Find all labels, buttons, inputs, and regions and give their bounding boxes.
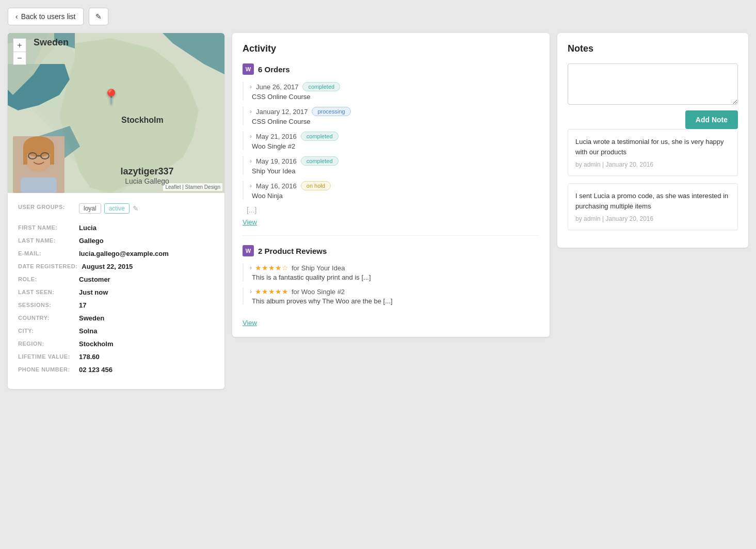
orders-section-header: W 6 Orders xyxy=(243,63,539,75)
svg-point-3 xyxy=(23,136,54,157)
role-label: ROLE: xyxy=(18,276,75,282)
activity-card: Activity W 6 Orders › June 26, 2017 comp… xyxy=(232,33,550,337)
review-text-2: This album proves why The Woo are the be… xyxy=(250,297,539,305)
email-value: lucia.gallego@example.com xyxy=(79,250,169,257)
avatar xyxy=(13,136,65,193)
email-row: E-MAIL: lucia.gallego@example.com xyxy=(18,250,214,257)
region-label: REGION: xyxy=(18,340,75,347)
orders-view-link[interactable]: View xyxy=(243,218,257,226)
note-meta-1: by admin | January 20, 2016 xyxy=(575,161,730,168)
sessions-row: SESSIONS: 17 xyxy=(18,301,214,309)
order-name-2: CSS Online Course xyxy=(250,118,539,125)
username: lazytiger337 xyxy=(70,166,224,177)
map-city-label: Stockholm xyxy=(121,116,164,125)
map-zoom-in-button[interactable]: + xyxy=(13,38,26,52)
svg-rect-9 xyxy=(21,177,57,193)
last-name-value: Gallego xyxy=(79,237,104,245)
tags-container: loyal active ✎ xyxy=(79,203,139,214)
edit-tags-button[interactable]: ✎ xyxy=(133,204,139,213)
user-profile-card: Sweden + − 📍 Stockholm Leaflet | Stamen … xyxy=(8,33,224,389)
chevron-icon-3: › xyxy=(250,133,252,140)
svg-rect-5 xyxy=(50,147,54,165)
notes-textarea[interactable] xyxy=(568,63,738,105)
note-text-2: I sent Lucia a promo code, as she was in… xyxy=(575,191,730,211)
order-item-2: › January 12, 2017 processing CSS Online… xyxy=(243,107,539,125)
region-row: REGION: Stockholm xyxy=(18,340,214,348)
role-value: Customer xyxy=(79,276,110,283)
lifetime-value-value: 178.60 xyxy=(79,353,100,361)
map-marker: 📍 xyxy=(102,88,120,105)
order-date-4: May 19, 2016 xyxy=(256,157,297,165)
order-status-3: completed xyxy=(301,132,339,141)
chevron-icon-5: › xyxy=(250,182,252,189)
chevron-icon: › xyxy=(250,83,252,90)
review-stars-2: ★★★★★ xyxy=(255,287,288,296)
top-bar: ‹ Back to users list ✎ xyxy=(8,8,748,25)
order-status-5: on hold xyxy=(301,181,331,190)
chevron-icon-r2: › xyxy=(250,288,252,295)
lifetime-value-row: LIFETIME VALUE: 178.60 xyxy=(18,353,214,361)
order-row-4: › May 19, 2016 completed xyxy=(250,156,539,166)
add-note-button[interactable]: Add Note xyxy=(685,110,738,129)
orders-section-title: 6 Orders xyxy=(258,65,290,74)
order-row-3: › May 21, 2016 completed xyxy=(250,132,539,141)
order-date-2: January 12, 2017 xyxy=(256,108,308,116)
map-zoom-out-button[interactable]: − xyxy=(13,52,26,65)
review-row-2: › ★★★★★ for Woo Single #2 xyxy=(250,287,539,296)
chevron-left-icon: ‹ xyxy=(15,12,18,21)
activity-title: Activity xyxy=(243,43,539,54)
review-text-1: This is a fantastic quality print and is… xyxy=(250,273,539,281)
country-value: Sweden xyxy=(79,314,104,322)
order-status-4: completed xyxy=(301,156,339,166)
back-button[interactable]: ‹ Back to users list xyxy=(8,8,84,25)
order-name-1: CSS Online Course xyxy=(250,93,539,101)
user-groups-row: USER GROUPS: loyal active ✎ xyxy=(18,203,214,219)
order-status-1: completed xyxy=(302,82,340,91)
order-row-1: › June 26, 2017 completed xyxy=(250,82,539,91)
fullname: Lucia Gallego xyxy=(70,177,224,185)
reviews-view-link[interactable]: View xyxy=(243,319,257,327)
country-row: COUNTRY: Sweden xyxy=(18,314,214,322)
order-name-4: Ship Your Idea xyxy=(250,167,539,175)
city-label: CITY: xyxy=(18,327,75,334)
last-seen-label: LAST SEEN: xyxy=(18,288,75,295)
order-item-1: › June 26, 2017 completed CSS Online Cou… xyxy=(243,82,539,101)
order-date-1: June 26, 2017 xyxy=(256,83,298,91)
map-controls: + − xyxy=(13,38,26,65)
profile-name-area: lazytiger337 Lucia Gallego xyxy=(70,166,224,185)
review-stars-1: ★★★★☆ xyxy=(255,264,288,272)
phone-label: PHONE NUMBER: xyxy=(18,366,75,373)
country-label: COUNTRY: xyxy=(18,314,75,321)
city-row: CITY: Solna xyxy=(18,327,214,335)
last-seen-value: Just now xyxy=(79,288,108,296)
last-seen-row: LAST SEEN: Just now xyxy=(18,288,214,296)
user-groups-label: USER GROUPS: xyxy=(18,203,75,210)
lifetime-value-label: LIFETIME VALUE: xyxy=(18,353,75,360)
woo-icon-reviews: W xyxy=(243,245,254,256)
notes-list: Lucia wrote a testimonial for us, she is… xyxy=(568,129,738,230)
last-name-row: LAST NAME: Gallego xyxy=(18,237,214,245)
date-registered-value: August 22, 2015 xyxy=(82,263,133,270)
first-name-row: FIRST NAME: Lucia xyxy=(18,224,214,232)
user-details: USER GROUPS: loyal active ✎ FIRST NAME: … xyxy=(8,193,224,389)
notes-title: Notes xyxy=(568,43,738,54)
order-row-2: › January 12, 2017 processing xyxy=(250,107,539,116)
chevron-icon-2: › xyxy=(250,108,252,115)
order-item-3: › May 21, 2016 completed Woo Single #2 xyxy=(243,132,539,150)
edit-button[interactable]: ✎ xyxy=(89,8,108,25)
region-value: Stockholm xyxy=(79,340,113,348)
chevron-icon-r1: › xyxy=(250,264,252,271)
order-row-5: › May 16, 2016 on hold xyxy=(250,181,539,190)
note-meta-2: by admin | January 20, 2016 xyxy=(575,215,730,222)
note-text-1: Lucia wrote a testimonial for us, she is… xyxy=(575,137,730,157)
role-row: ROLE: Customer xyxy=(18,276,214,283)
edit-icon: ✎ xyxy=(95,12,102,21)
phone-value: 02 123 456 xyxy=(79,366,112,374)
back-label: Back to users list xyxy=(21,12,76,21)
chevron-icon-4: › xyxy=(250,157,252,165)
section-divider xyxy=(243,235,539,236)
order-date-3: May 21, 2016 xyxy=(256,133,297,140)
orders-ellipsis: [...] xyxy=(243,206,539,214)
date-registered-row: DATE REGISTERED: August 22, 2015 xyxy=(18,263,214,270)
main-layout: Sweden + − 📍 Stockholm Leaflet | Stamen … xyxy=(8,33,748,389)
